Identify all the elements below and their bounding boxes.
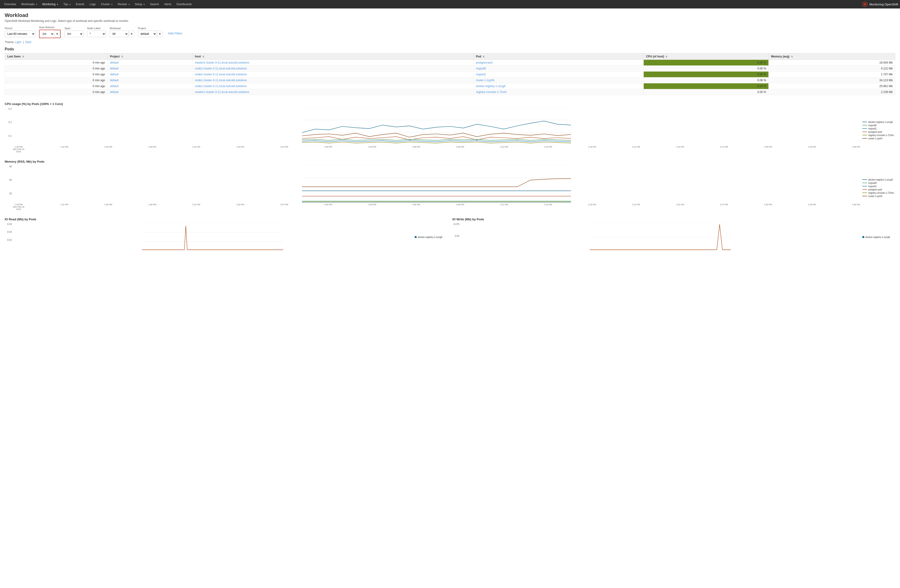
col-cpu[interactable]: CPU (of host) ⇅ xyxy=(644,53,769,60)
io-write-legend: docker-registry-1-szcg6 xyxy=(862,223,895,251)
cell-pod[interactable]: registry-console-1-72vhc xyxy=(473,89,644,95)
cell-pod[interactable]: mypod1 xyxy=(473,71,644,78)
auto-refresh-clear-button[interactable]: ✕ xyxy=(54,31,60,37)
cell-host[interactable]: node2.cluster-3-11.local.outcold.solutio… xyxy=(192,66,473,71)
legend-label: postgres-pod xyxy=(868,130,882,133)
nav-item-alerts[interactable]: Alerts xyxy=(162,0,174,8)
main-content: Workload OpenShift Workload Monitoring a… xyxy=(0,8,900,588)
cell-pod[interactable]: router-1-1qzhh xyxy=(473,78,644,83)
span-select[interactable]: 1m 5m xyxy=(65,31,83,37)
period-select[interactable]: Last 60 minutes Last 30 minutes Last 2 h… xyxy=(5,31,35,37)
legend-item: mypod0 xyxy=(862,124,895,127)
legend-item: docker-registry-1-szcg6 xyxy=(415,236,448,239)
sort-icon: ⇅ xyxy=(22,56,24,58)
memory-x-axis: 1:39 PMMon Feb 182019 1:42 PM 1:45 PM 1:… xyxy=(13,203,860,211)
nav-item-review[interactable]: Review ▾ xyxy=(115,0,132,8)
cell-pod[interactable]: mypod0 xyxy=(473,66,644,71)
legend-color xyxy=(862,186,867,186)
table-row: 0 min ago default master1.cluster-3-11.l… xyxy=(5,89,895,95)
cell-project[interactable]: default xyxy=(107,66,192,71)
legend-label: registry-console-1-72vhc xyxy=(868,134,894,137)
cell-memory: 16.004 Mb xyxy=(769,60,895,66)
theme-light-link[interactable]: Light xyxy=(15,40,21,44)
col-project[interactable]: Project ⇅ xyxy=(107,53,192,60)
cell-project[interactable]: default xyxy=(107,83,192,89)
project-filter: Project default ✕ xyxy=(138,27,162,37)
cpu-chart-title: CPU usage (%) by Pods (100% = 1 Core) xyxy=(5,102,895,106)
auto-refresh-filter: Auto-Refresh 1m 5m Off ✕ xyxy=(39,26,61,38)
sort-icon: ⇅ xyxy=(202,56,204,58)
cell-project[interactable]: default xyxy=(107,89,192,95)
legend-item: registry-console-1-72vhc xyxy=(862,134,895,137)
cell-host[interactable]: master1.cluster-3-11.local.outcold.solut… xyxy=(192,89,473,95)
legend-color xyxy=(862,128,867,129)
cpu-chart-section: CPU usage (%) by Pods (100% = 1 Core) 0.… xyxy=(5,102,895,153)
nav-item-workloads[interactable]: Workloads ▾ xyxy=(19,0,40,8)
brand-label: Monitoring OpenShift xyxy=(869,3,898,6)
period-label: Period xyxy=(5,27,35,29)
theme-label: Theme: xyxy=(5,40,14,44)
col-host[interactable]: host ⇅ xyxy=(192,53,473,60)
cell-project[interactable]: default xyxy=(107,71,192,78)
legend-color xyxy=(862,189,867,190)
workload-clear-button[interactable]: ✕ xyxy=(129,31,134,37)
nav-item-dashboards[interactable]: Dashboards xyxy=(174,0,194,8)
cell-pod[interactable]: postgres-pod xyxy=(473,60,644,66)
legend-color xyxy=(862,125,867,126)
page-title: Workload xyxy=(5,12,895,19)
nav-item-search[interactable]: Search xyxy=(147,0,161,8)
table-row: 0 min ago default master2.cluster-3-11.l… xyxy=(5,60,895,66)
cell-project[interactable]: default xyxy=(107,78,192,83)
project-select[interactable]: default xyxy=(138,31,157,37)
legend-item: mypod0 xyxy=(862,182,895,184)
cell-memory: 1.707 Mb xyxy=(769,71,895,78)
legend-item: docker-registry-1-szcg6 xyxy=(862,178,895,181)
legend-label: postgres-pod xyxy=(868,188,882,191)
col-memory[interactable]: Memory (avg) ⇅ xyxy=(769,53,895,60)
span-label: Span xyxy=(65,27,83,29)
theme-dark-link[interactable]: Dark xyxy=(25,40,31,44)
cell-project[interactable]: default xyxy=(107,60,192,66)
workload-select[interactable]: All xyxy=(110,31,129,37)
nav-item-setup[interactable]: Setup ▾ xyxy=(132,0,147,8)
io-read-svg xyxy=(13,223,412,251)
project-label: Project xyxy=(138,27,162,29)
legend-color xyxy=(862,179,867,180)
io-row: IO Read (Mb) by Pods 0.04 0.03 0.02 xyxy=(5,217,895,258)
nav-item-monitoring[interactable]: Monitoring ▾ xyxy=(40,0,61,8)
hide-filters-link[interactable]: Hide Filters xyxy=(168,32,182,35)
filters-row: Period Last 60 minutes Last 30 minutes L… xyxy=(5,26,895,38)
nav-item-logs[interactable]: Logs xyxy=(87,0,98,8)
legend-label: docker-registry-1-szcg6 xyxy=(866,236,890,239)
cell-cpu: 0.00 % xyxy=(644,89,769,95)
legend-item: mypod1 xyxy=(862,185,895,188)
node-label-select[interactable]: * xyxy=(87,31,106,37)
nav-item-overview[interactable]: Overview xyxy=(2,0,19,8)
table-row: 0 min ago default node2.cluster-3-11.loc… xyxy=(5,66,895,71)
nav-item-top[interactable]: Top ▾ xyxy=(61,0,73,8)
cell-host[interactable]: master2.cluster-3-11.local.outcold.solut… xyxy=(192,60,473,66)
cell-pod[interactable]: docker-registry-1-szcg6 xyxy=(473,83,644,89)
col-pod[interactable]: Pod ⇅ xyxy=(473,53,644,60)
cell-host[interactable]: node1.cluster-3-11.local.outcold.solutio… xyxy=(192,78,473,83)
col-last-seen[interactable]: Last Seen ⇅ xyxy=(5,53,108,60)
table-row: 0 min ago default node1.cluster-3-11.loc… xyxy=(5,83,895,89)
cell-host[interactable]: node1.cluster-3-11.local.outcold.solutio… xyxy=(192,83,473,89)
cell-cpu: 0.00 % xyxy=(644,66,769,71)
cpu-chart-svg xyxy=(13,107,860,145)
cpu-chart-container: 0.3 0.2 0.1 xyxy=(5,107,895,153)
page-subtitle: OpenShift Workload Monitoring and Logs. … xyxy=(5,19,895,23)
pods-section: Pods Last Seen ⇅ Project ⇅ host ⇅ Pod ⇅ … xyxy=(5,47,895,95)
cpu-chart-legend: docker-registry-1-szcg6 mypod0 mypod1 po… xyxy=(862,107,895,153)
project-clear-button[interactable]: ✕ xyxy=(157,31,162,37)
chevron-down-icon: ▾ xyxy=(36,3,37,6)
nav-item-cluster[interactable]: Cluster ▾ xyxy=(99,0,115,8)
legend-label: mypod1 xyxy=(868,185,877,188)
io-read-y-axis: 0.04 0.03 0.02 xyxy=(5,223,12,247)
cell-host[interactable]: node2.cluster-3-11.local.outcold.solutio… xyxy=(192,71,473,78)
memory-chart-title: Memory (RSS, Mb) by Pods xyxy=(5,160,895,163)
io-read-section: IO Read (Mb) by Pods 0.04 0.03 0.02 xyxy=(5,217,448,251)
auto-refresh-select[interactable]: 1m 5m Off xyxy=(40,31,54,37)
nav-item-events[interactable]: Events xyxy=(73,0,87,8)
period-filter: Period Last 60 minutes Last 30 minutes L… xyxy=(5,27,35,37)
